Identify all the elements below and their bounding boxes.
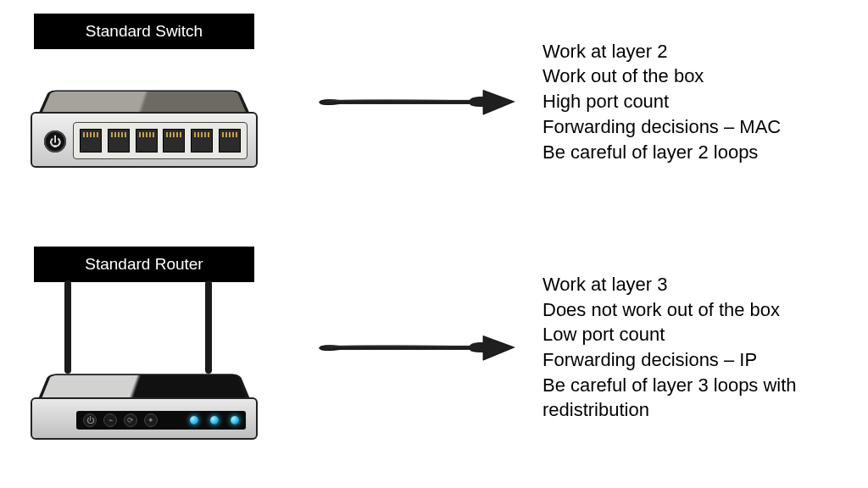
power-icon: ⏻ [83,413,97,427]
router-bullet: Be careful of layer 3 loops with redistr… [542,373,848,423]
router-illustration: ⏻ ⌁ ⟳ ✦ [17,287,271,448]
ethernet-port-icon [108,129,130,152]
antenna-icon [205,280,212,374]
settings-icon: ✦ [144,413,158,427]
switch-label: Standard Switch [34,14,254,49]
switch-bullet: Be careful of layer 2 loops [542,140,848,165]
switch-bullet: Work at layer 2 [542,39,848,64]
switch-bullet: Work out of the box [542,64,848,89]
switch-description: Work at layer 2 Work out of the box High… [542,39,868,164]
router-label: Standard Router [34,247,254,282]
ethernet-port-icon [163,129,185,152]
router-column: Standard Router ⏻ ⌁ ⟳ ✦ [0,247,288,448]
switch-illustration [17,54,271,190]
arrow-right-icon [314,85,517,119]
router-bullet: Work at layer 3 [542,272,848,297]
arrow-right-icon [314,330,517,364]
switch-front-face [31,112,258,168]
switch-port-panel [73,122,248,159]
switch-bullet: Forwarding decisions – MAC [542,114,848,140]
switch-row: Standard Switch [0,8,868,195]
arrow-column [288,330,542,364]
router-description: Work at layer 3 Does not work out of the… [542,272,868,423]
router-bullet: Forwarding decisions – IP [542,347,848,373]
switch-column: Standard Switch [0,14,288,190]
led-indicator-icon [190,416,198,424]
router-controls-strip: ⏻ ⌁ ⟳ ✦ [76,411,246,430]
router-bullet: Low port count [542,322,848,347]
ethernet-port-icon [136,129,158,152]
router-row: Standard Router ⏻ ⌁ ⟳ ✦ [0,237,868,458]
ethernet-port-icon [219,129,241,152]
led-indicator-icon [210,416,219,424]
switch-bullet: High port count [542,89,848,114]
ethernet-port-icon [191,129,213,152]
led-indicator-icon [231,416,239,424]
antenna-icon [64,280,71,374]
router-front-face: ⏻ ⌁ ⟳ ✦ [31,397,258,440]
ethernet-port-icon [80,129,102,152]
power-icon [44,130,66,152]
arrow-column [288,85,542,119]
router-bullet: Does not work out of the box [542,297,848,323]
wps-icon: ⟳ [124,413,137,427]
wifi-icon: ⌁ [103,413,117,427]
